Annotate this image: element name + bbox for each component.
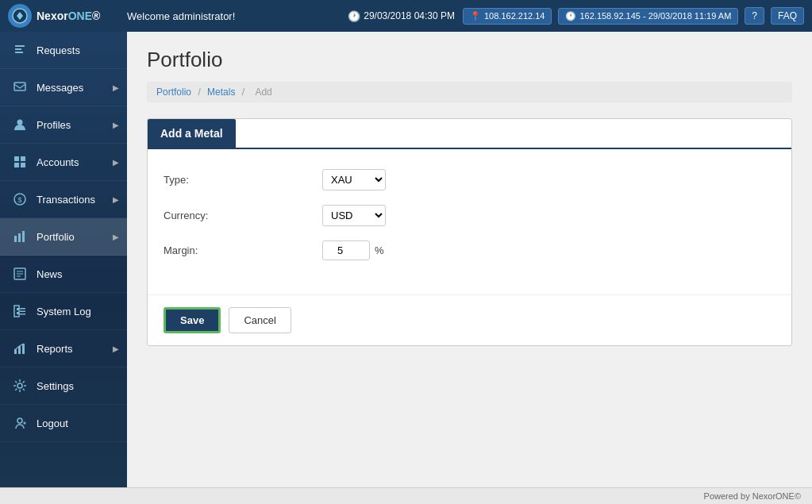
sidebar-item-settings[interactable]: Settings (0, 367, 127, 405)
sidebar-label-accounts: Accounts (37, 156, 116, 168)
sidebar-label-profiles: Profiles (37, 119, 116, 131)
header-time: 29/03/2018 04:30 PM (364, 10, 455, 21)
profiles-arrow: ▶ (113, 121, 119, 129)
sidebar-label-transactions: Transactions (37, 194, 116, 206)
welcome-text: Welcome administrator! (127, 10, 340, 22)
ip-text: 108.162.212.14 (484, 11, 545, 21)
sidebar-item-news[interactable]: News (0, 256, 127, 293)
breadcrumb-sep-1: / (198, 87, 203, 98)
svg-rect-5 (14, 163, 19, 167)
save-button[interactable]: Save (164, 307, 221, 333)
logout-icon (11, 414, 29, 432)
sidebar-label-logout: Logout (37, 417, 116, 429)
sidebar: Requests Messages ▶ Profiles ▶ Accounts … (0, 32, 127, 487)
svg-rect-21 (22, 344, 25, 354)
sidebar-label-portfolio: Portfolio (37, 231, 116, 243)
transactions-icon: $ (11, 190, 29, 208)
sidebar-item-portfolio[interactable]: Portfolio ▶ (0, 218, 127, 256)
type-label: Type: (164, 174, 322, 186)
breadcrumb-add: Add (255, 87, 271, 98)
sidebar-item-messages[interactable]: Messages ▶ (0, 69, 127, 106)
type-select[interactable]: XAU XAG XPT XPD (322, 169, 386, 190)
margin-input[interactable] (322, 240, 370, 260)
portfolio-arrow: ▶ (113, 233, 119, 241)
header-ip: 📍 108.162.212.14 (463, 8, 552, 25)
logo-text: NexorONE® (37, 10, 100, 22)
system-log-icon (11, 302, 29, 320)
requests-icon (11, 41, 29, 59)
svg-rect-3 (14, 156, 19, 161)
footer: Powered by NexorONE© (0, 487, 812, 504)
svg-rect-13 (14, 306, 19, 317)
card-body: Type: XAU XAG XPT XPD Currency: USD EUR … (148, 149, 791, 294)
cancel-button[interactable]: Cancel (229, 307, 291, 333)
breadcrumb-portfolio[interactable]: Portfolio (156, 87, 191, 98)
sidebar-label-reports: Reports (37, 343, 116, 355)
settings-icon (11, 377, 29, 394)
margin-label: Margin: (164, 244, 322, 256)
header-right: 📍 108.162.212.14 🕐 162.158.92.145 - 29/0… (463, 7, 804, 25)
svg-point-23 (17, 418, 22, 423)
currency-row: Currency: USD EUR GBP JPY (164, 205, 775, 226)
footer-text: Powered by NexorONE© (704, 491, 801, 501)
portfolio-icon (11, 228, 29, 245)
header: NexorONE® Welcome administrator! 🕐 29/03… (0, 0, 812, 32)
profiles-icon (11, 116, 29, 133)
sidebar-item-profiles[interactable]: Profiles ▶ (0, 106, 127, 144)
card-header-wrapper: Add a Metal (148, 119, 791, 149)
currency-label: Currency: (164, 210, 322, 221)
svg-rect-17 (20, 311, 25, 313)
svg-rect-19 (14, 349, 17, 354)
logo: NexorONE® (8, 4, 119, 28)
breadcrumb: Portfolio / Metals / Add (147, 82, 792, 102)
sidebar-label-requests: Requests (37, 44, 116, 56)
breadcrumb-metals[interactable]: Metals (207, 87, 235, 98)
svg-rect-6 (21, 163, 25, 167)
sidebar-item-logout[interactable]: Logout (0, 405, 127, 442)
sidebar-label-system-log: System Log (37, 306, 116, 317)
accounts-arrow: ▶ (113, 158, 119, 167)
svg-rect-4 (21, 156, 25, 161)
type-row: Type: XAU XAG XPT XPD (164, 169, 775, 190)
svg-rect-15 (17, 312, 19, 314)
session-text: 162.158.92.145 - 29/03/2018 11:19 AM (579, 11, 731, 21)
sidebar-item-system-log[interactable]: System Log (0, 293, 127, 330)
main-layout: Requests Messages ▶ Profiles ▶ Accounts … (0, 32, 812, 487)
logo-icon (8, 4, 32, 28)
sidebar-label-settings: Settings (37, 380, 116, 392)
add-metal-card: Add a Metal Type: XAU XAG XPT XPD Curren… (147, 118, 792, 346)
content-area: Portfolio Portfolio / Metals / Add Add a… (127, 32, 812, 487)
messages-icon (11, 79, 29, 96)
sidebar-item-accounts[interactable]: Accounts ▶ (0, 144, 127, 181)
svg-rect-11 (22, 231, 25, 242)
card-header: Add a Metal (148, 119, 236, 148)
svg-rect-16 (20, 308, 25, 310)
header-session: 🕐 162.158.92.145 - 29/03/2018 11:19 AM (558, 8, 738, 25)
margin-row: Margin: % (164, 240, 775, 260)
sidebar-item-transactions[interactable]: $ Transactions ▶ (0, 181, 127, 218)
help-button[interactable]: ? (745, 7, 764, 25)
reports-arrow: ▶ (113, 344, 119, 353)
sidebar-item-reports[interactable]: Reports ▶ (0, 330, 127, 367)
sidebar-item-requests[interactable]: Requests (0, 32, 127, 69)
faq-button[interactable]: FAQ (771, 7, 804, 25)
svg-rect-1 (14, 83, 25, 90)
breadcrumb-sep-2: / (242, 87, 248, 98)
percent-label: % (375, 244, 384, 256)
svg-rect-14 (17, 308, 19, 310)
button-row: Save Cancel (148, 294, 791, 345)
header-datetime: 🕐 29/03/2018 04:30 PM (348, 10, 455, 22)
transactions-arrow: ▶ (113, 195, 119, 204)
sidebar-label-news: News (37, 268, 116, 280)
svg-rect-18 (20, 314, 25, 315)
reports-icon (11, 340, 29, 357)
news-icon (11, 265, 29, 283)
svg-rect-9 (14, 236, 17, 242)
accounts-icon (11, 153, 29, 171)
svg-text:$: $ (17, 196, 21, 204)
currency-select[interactable]: USD EUR GBP JPY (322, 205, 386, 226)
svg-rect-10 (18, 233, 21, 242)
svg-point-22 (17, 383, 22, 388)
sidebar-label-messages: Messages (37, 82, 116, 94)
svg-point-2 (17, 120, 23, 125)
